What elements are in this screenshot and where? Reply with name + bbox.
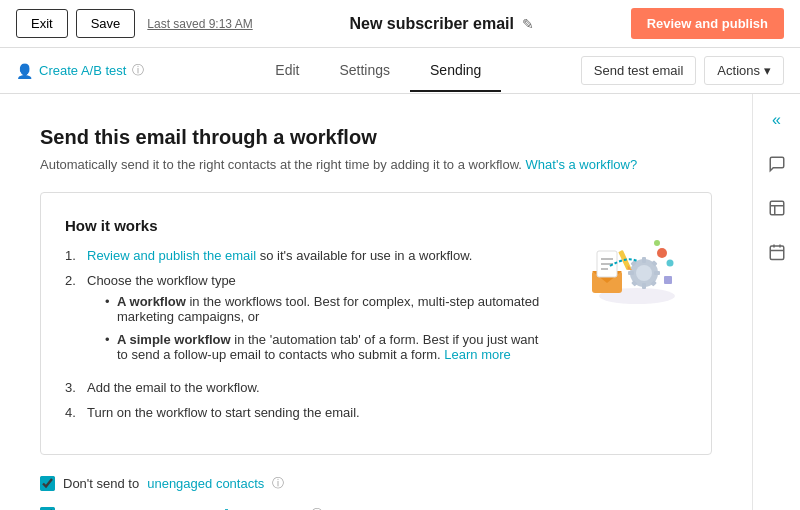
external-link-icon: ↗: [221, 506, 229, 510]
tabs: Edit Settings Sending: [176, 50, 581, 91]
step-3-num: 3.: [65, 380, 81, 395]
create-ab-test-area[interactable]: 👤 Create A/B test ⓘ: [16, 62, 176, 79]
send-frequency-cap-row: Apply send frequency cap ↗ to this send …: [40, 506, 712, 510]
review-and-publish-button[interactable]: Review and publish: [631, 8, 784, 39]
header-center: New subscriber email ✎: [253, 15, 631, 33]
svg-rect-4: [642, 283, 646, 289]
send-frequency-cap-link[interactable]: send frequency cap ↗: [104, 506, 229, 510]
email-title: New subscriber email: [349, 15, 514, 33]
step-3-text: Add the email to the workflow.: [87, 380, 260, 395]
page-title: Send this email through a workflow: [40, 126, 712, 149]
card-illustration: [567, 217, 687, 430]
card-title: How it works: [65, 217, 547, 234]
whats-a-workflow-link[interactable]: What's a workflow?: [526, 157, 638, 172]
chevron-left-icon[interactable]: «: [759, 102, 795, 138]
step-2-text: Choose the workflow type: [87, 273, 236, 288]
sub-right: Send test email Actions ▾: [581, 56, 784, 85]
actions-label: Actions: [717, 63, 760, 78]
header-left: Exit Save Last saved 9:13 AM: [16, 9, 253, 38]
svg-rect-3: [642, 257, 646, 263]
svg-point-19: [657, 248, 667, 258]
calendar-icon[interactable]: [759, 234, 795, 270]
step-1-text-after: so it's available for use in a workflow.: [260, 248, 473, 263]
list-item: 3. Add the email to the workflow.: [65, 380, 547, 395]
unengaged-info-icon[interactable]: ⓘ: [272, 475, 284, 492]
save-button[interactable]: Save: [76, 9, 136, 38]
svg-rect-26: [770, 246, 784, 260]
sidebar-icons: «: [752, 94, 800, 510]
svg-rect-6: [654, 271, 660, 275]
svg-point-2: [636, 265, 652, 281]
ab-test-info-icon[interactable]: ⓘ: [132, 62, 144, 79]
exit-button[interactable]: Exit: [16, 9, 68, 38]
step-2-num: 2.: [65, 273, 81, 370]
svg-point-20: [667, 260, 674, 267]
header-right: Review and publish: [631, 8, 784, 39]
tab-edit[interactable]: Edit: [255, 50, 319, 92]
dont-send-unengaged-checkbox[interactable]: [40, 476, 55, 491]
actions-button[interactable]: Actions ▾: [704, 56, 784, 85]
workflow-illustration: [572, 221, 682, 311]
content-area: Send this email through a workflow Autom…: [0, 94, 752, 510]
frequency-cap-info-icon[interactable]: ⓘ: [311, 506, 323, 510]
list-item: A simple workflow in the 'automation tab…: [105, 332, 547, 362]
sub-header: 👤 Create A/B test ⓘ Edit Settings Sendin…: [0, 48, 800, 94]
how-it-works-card: How it works 1. Review and publish the e…: [40, 192, 712, 455]
list-item: 1. Review and publish the email so it's …: [65, 248, 547, 263]
step-4-num: 4.: [65, 405, 81, 420]
ab-test-icon: 👤: [16, 63, 33, 79]
comment-icon[interactable]: [759, 146, 795, 182]
send-test-email-button[interactable]: Send test email: [581, 56, 697, 85]
header: Exit Save Last saved 9:13 AM New subscri…: [0, 0, 800, 48]
svg-rect-23: [770, 201, 784, 215]
step-4-text: Turn on the workflow to start sending th…: [87, 405, 360, 420]
tab-sending[interactable]: Sending: [410, 50, 501, 92]
tab-settings[interactable]: Settings: [319, 50, 410, 92]
list-item: A workflow in the workflows tool. Best f…: [105, 294, 547, 324]
card-content: How it works 1. Review and publish the e…: [65, 217, 547, 430]
steps-list: 1. Review and publish the email so it's …: [65, 248, 547, 420]
list-item: 2. Choose the workflow type A workflow i…: [65, 273, 547, 370]
svg-rect-5: [628, 271, 634, 275]
svg-rect-22: [664, 276, 672, 284]
dont-send-unengaged-row: Don't send to unengaged contacts ⓘ: [40, 475, 712, 492]
last-saved-text: Last saved 9:13 AM: [147, 17, 252, 31]
checkbox1-label-before: Don't send to: [63, 476, 139, 491]
learn-more-link[interactable]: Learn more: [444, 347, 510, 362]
main-area: Send this email through a workflow Autom…: [0, 94, 800, 510]
simple-workflow-bold: A simple workflow: [117, 332, 231, 347]
review-publish-link[interactable]: Review and publish the email: [87, 248, 256, 263]
unengaged-contacts-link[interactable]: unengaged contacts: [147, 476, 264, 491]
workflow-bold: A workflow: [117, 294, 186, 309]
page-subtitle: Automatically send it to the right conta…: [40, 157, 712, 172]
edit-icon[interactable]: ✎: [522, 16, 534, 32]
create-ab-test-label[interactable]: Create A/B test: [39, 63, 126, 78]
list-item: 4. Turn on the workflow to start sending…: [65, 405, 547, 420]
svg-point-21: [654, 240, 660, 246]
step-1-num: 1.: [65, 248, 81, 263]
actions-chevron-icon: ▾: [764, 63, 771, 78]
sub-bullets: A workflow in the workflows tool. Best f…: [87, 294, 547, 362]
layout-icon[interactable]: [759, 190, 795, 226]
